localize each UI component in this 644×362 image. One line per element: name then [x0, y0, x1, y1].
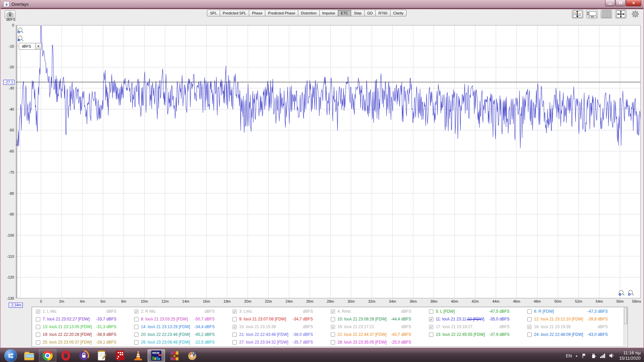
y-tick-label: -90: [1, 212, 14, 216]
language-indicator[interactable]: EN: [566, 353, 572, 358]
legend-item-value: dBFS: [303, 308, 313, 315]
taskbar-vlc-button[interactable]: [129, 349, 147, 362]
chevron-down-icon[interactable]: ▼: [35, 43, 41, 49]
tab-clarity[interactable]: Clarity: [390, 10, 407, 16]
grid-button[interactable]: [601, 10, 612, 18]
legend-visibility-checkbox[interactable]: [232, 340, 237, 345]
tab-impulse[interactable]: Impulse: [319, 10, 338, 16]
taskbar-explorer-button[interactable]: [21, 349, 38, 362]
legend-visibility-checkbox[interactable]: [232, 333, 237, 337]
zoom-in-y-button[interactable]: [17, 27, 24, 34]
taskbar-secure-browser-button[interactable]: [75, 349, 93, 362]
power-icon[interactable]: [591, 353, 597, 359]
legend-item-label: 27: Ιουλ 23 23:34:32 [FDW]: [239, 339, 288, 346]
network-icon[interactable]: [600, 353, 605, 358]
legend-scrollbar[interactable]: [624, 307, 628, 346]
tab-rt60[interactable]: RT60: [375, 10, 390, 16]
clock-date: 15/11/2020: [619, 356, 641, 361]
desktop-wallpaper: Overlays × SPLPredicted SPLPhasePredicte…: [0, 0, 644, 362]
taskbar-chrome-button[interactable]: [39, 349, 56, 362]
legend-visibility-checkbox[interactable]: [232, 317, 237, 321]
legend-visibility-checkbox[interactable]: [331, 317, 335, 321]
zoom-out-x-button[interactable]: [618, 289, 625, 297]
y-axis-unit-label: dBFS: [3, 17, 15, 21]
volume-icon[interactable]: [608, 353, 614, 359]
legend-visibility-checkbox: ✓: [232, 309, 237, 314]
x-tick-label: 6m: [93, 299, 113, 303]
cursor-time-readout: -2,34m: [9, 303, 23, 308]
winrar-icon: [169, 350, 179, 361]
red-grid-app-icon: λειτ: [115, 350, 125, 361]
zoom-out-y-button[interactable]: [17, 35, 24, 42]
taskbar-rew-button[interactable]: REWV5.1: [148, 349, 165, 362]
legend-visibility-checkbox: ✓: [527, 325, 532, 329]
legend-item-label: 9: Ιουλ 21 23:07:08 [FDW]: [239, 315, 286, 323]
graph-limits-button[interactable]: [586, 10, 598, 18]
tab-gd[interactable]: GD: [364, 10, 376, 16]
legend-item-value: -43,7 dBFS: [391, 331, 411, 339]
legend-visibility-checkbox[interactable]: [429, 309, 433, 314]
legend-empty-cell: [426, 339, 525, 346]
legend-visibility-checkbox[interactable]: [134, 333, 139, 337]
tab-predicted-spl[interactable]: Predicted SPL: [220, 10, 249, 16]
legend-visibility-checkbox[interactable]: [134, 340, 139, 345]
legend-item: 19: Ιουλ 22 22:20:28 [FDW]-38,9 dBFS: [33, 331, 131, 339]
x-tick-label: 28m: [320, 299, 340, 303]
tab-phase[interactable]: Phase: [249, 10, 265, 16]
legend-visibility-checkbox[interactable]: [429, 333, 433, 337]
legend-visibility-checkbox[interactable]: ✓: [429, 317, 433, 321]
start-button[interactable]: [1, 349, 20, 362]
legend-item-label: 2: R Mic: [141, 308, 156, 315]
legend-visibility-checkbox[interactable]: [134, 317, 139, 321]
maximize-button[interactable]: [615, 0, 626, 6]
legend-visibility-checkbox[interactable]: [331, 333, 335, 337]
taskbar-winrar-button[interactable]: [166, 349, 183, 362]
taskbar-opera-button[interactable]: [57, 349, 74, 362]
tab-distortion[interactable]: Distortion: [298, 10, 319, 16]
legend-visibility-checkbox[interactable]: [331, 340, 335, 345]
legend-visibility-checkbox[interactable]: [527, 317, 532, 321]
action-center-icon[interactable]: [581, 353, 587, 359]
etc-plot[interactable]: [16, 25, 641, 298]
legend-visibility-checkbox[interactable]: [36, 333, 40, 337]
taskbar-paint-button[interactable]: [184, 349, 201, 362]
legend-item: ✓15: Ιουλ 21 23:15:38dBFS: [230, 323, 328, 331]
legend-visibility-checkbox[interactable]: [36, 317, 40, 321]
fit-traces-button[interactable]: [572, 10, 583, 18]
legend-item: 12: Ιουλ 21 23:12:10 [FDW]-39,8 dBFS: [525, 315, 623, 323]
legend-item-label: 15: Ιουλ 21 23:15:38: [239, 323, 276, 331]
legend-visibility-checkbox[interactable]: [527, 333, 532, 337]
legend-item-value: -37,9 dBFS: [489, 331, 509, 339]
taskbar-notepad-button[interactable]: [93, 349, 111, 362]
legend-item: 14: Ιουλ 21 23:13:29 [FDW]-34,4 dBFS: [131, 323, 230, 331]
legend-visibility-checkbox[interactable]: [134, 325, 139, 329]
legend-item-value: -47,3 dBFS: [587, 308, 608, 315]
clock[interactable]: 11:16 πμ15/11/2020: [619, 350, 643, 361]
x-tick-label: 40m: [444, 299, 465, 303]
close-button[interactable]: ×: [626, 0, 641, 6]
tab-step[interactable]: Step: [351, 10, 365, 16]
tab-predicted-phase[interactable]: Predicted Phase: [265, 10, 298, 16]
y-tick-label: -10: [1, 44, 14, 48]
titlebar[interactable]: Overlays ×: [1, 0, 643, 9]
x-tick-label: 4m: [72, 299, 93, 303]
legend-visibility-checkbox[interactable]: [36, 325, 40, 329]
legend-item-value: -39,8 dBFS: [587, 315, 608, 323]
paint-icon: [187, 350, 198, 361]
tab-etc[interactable]: ETC: [338, 10, 351, 16]
legend-visibility-checkbox[interactable]: [527, 309, 532, 314]
show-hidden-icons-button[interactable]: ▲: [575, 354, 578, 357]
legend-item: ✓11: Ιουλ 21 23:11:22 [FDW]-35,0 dBFS: [426, 315, 525, 323]
legend-visibility-checkbox[interactable]: [36, 340, 40, 345]
opera-icon: [60, 350, 71, 361]
taskbar-red-grid-app-button[interactable]: λειτ: [111, 349, 129, 362]
y-unit-select[interactable]: dBFS ▼: [19, 43, 42, 50]
x-tick-label: 0: [31, 299, 51, 303]
legend-item-label: 14: Ιουλ 21 23:13:29 [FDW]: [141, 323, 190, 331]
settings-icon: [631, 10, 639, 18]
pan-button[interactable]: [615, 10, 627, 18]
tab-spl[interactable]: SPL: [207, 10, 220, 16]
minimize-button[interactable]: [605, 0, 615, 6]
settings-button[interactable]: [630, 10, 641, 18]
zoom-in-x-button[interactable]: [627, 289, 635, 297]
